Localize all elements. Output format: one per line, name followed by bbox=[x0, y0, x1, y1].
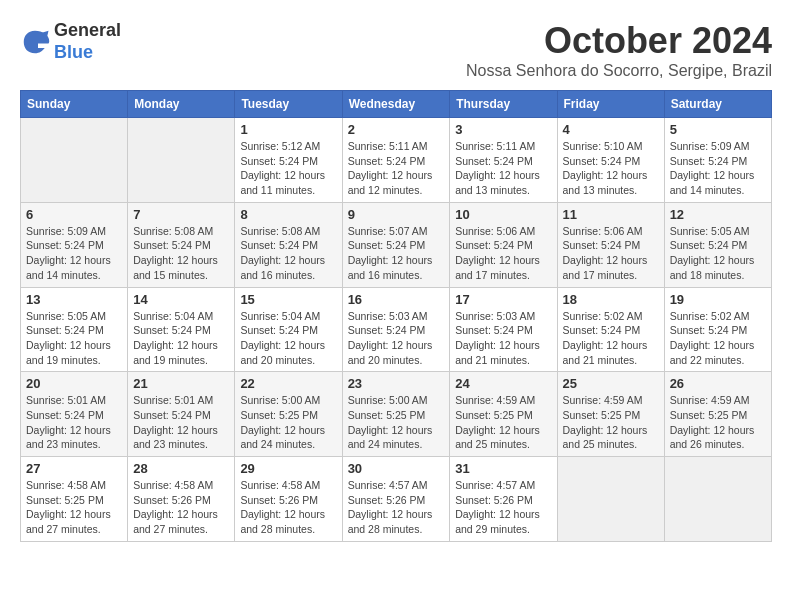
table-row: 23Sunrise: 5:00 AMSunset: 5:25 PMDayligh… bbox=[342, 372, 450, 457]
table-row: 14Sunrise: 5:04 AMSunset: 5:24 PMDayligh… bbox=[128, 287, 235, 372]
table-row: 7Sunrise: 5:08 AMSunset: 5:24 PMDaylight… bbox=[128, 202, 235, 287]
day-number: 23 bbox=[348, 376, 445, 391]
day-info: Sunrise: 5:12 AMSunset: 5:24 PMDaylight:… bbox=[240, 139, 336, 198]
day-number: 27 bbox=[26, 461, 122, 476]
table-row bbox=[21, 118, 128, 203]
table-row: 29Sunrise: 4:58 AMSunset: 5:26 PMDayligh… bbox=[235, 457, 342, 542]
day-info: Sunrise: 5:09 AMSunset: 5:24 PMDaylight:… bbox=[670, 139, 766, 198]
day-info: Sunrise: 5:05 AMSunset: 5:24 PMDaylight:… bbox=[26, 309, 122, 368]
day-number: 22 bbox=[240, 376, 336, 391]
header-monday: Monday bbox=[128, 91, 235, 118]
page-header: General Blue October 2024 Nossa Senhora … bbox=[20, 20, 772, 80]
table-row: 10Sunrise: 5:06 AMSunset: 5:24 PMDayligh… bbox=[450, 202, 557, 287]
day-info: Sunrise: 5:08 AMSunset: 5:24 PMDaylight:… bbox=[240, 224, 336, 283]
day-number: 18 bbox=[563, 292, 659, 307]
table-row: 4Sunrise: 5:10 AMSunset: 5:24 PMDaylight… bbox=[557, 118, 664, 203]
day-number: 24 bbox=[455, 376, 551, 391]
day-info: Sunrise: 5:00 AMSunset: 5:25 PMDaylight:… bbox=[240, 393, 336, 452]
day-info: Sunrise: 5:01 AMSunset: 5:24 PMDaylight:… bbox=[26, 393, 122, 452]
day-number: 3 bbox=[455, 122, 551, 137]
day-info: Sunrise: 5:02 AMSunset: 5:24 PMDaylight:… bbox=[563, 309, 659, 368]
day-info: Sunrise: 5:06 AMSunset: 5:24 PMDaylight:… bbox=[563, 224, 659, 283]
day-info: Sunrise: 5:05 AMSunset: 5:24 PMDaylight:… bbox=[670, 224, 766, 283]
day-number: 15 bbox=[240, 292, 336, 307]
logo-text: General Blue bbox=[54, 20, 121, 63]
table-row: 18Sunrise: 5:02 AMSunset: 5:24 PMDayligh… bbox=[557, 287, 664, 372]
table-row: 26Sunrise: 4:59 AMSunset: 5:25 PMDayligh… bbox=[664, 372, 771, 457]
table-row: 30Sunrise: 4:57 AMSunset: 5:26 PMDayligh… bbox=[342, 457, 450, 542]
day-info: Sunrise: 5:03 AMSunset: 5:24 PMDaylight:… bbox=[348, 309, 445, 368]
day-number: 8 bbox=[240, 207, 336, 222]
header-friday: Friday bbox=[557, 91, 664, 118]
day-number: 16 bbox=[348, 292, 445, 307]
table-row: 25Sunrise: 4:59 AMSunset: 5:25 PMDayligh… bbox=[557, 372, 664, 457]
table-row: 17Sunrise: 5:03 AMSunset: 5:24 PMDayligh… bbox=[450, 287, 557, 372]
day-info: Sunrise: 4:58 AMSunset: 5:26 PMDaylight:… bbox=[240, 478, 336, 537]
day-info: Sunrise: 5:10 AMSunset: 5:24 PMDaylight:… bbox=[563, 139, 659, 198]
table-row: 19Sunrise: 5:02 AMSunset: 5:24 PMDayligh… bbox=[664, 287, 771, 372]
day-number: 21 bbox=[133, 376, 229, 391]
table-row: 15Sunrise: 5:04 AMSunset: 5:24 PMDayligh… bbox=[235, 287, 342, 372]
day-info: Sunrise: 4:58 AMSunset: 5:25 PMDaylight:… bbox=[26, 478, 122, 537]
day-number: 6 bbox=[26, 207, 122, 222]
day-number: 12 bbox=[670, 207, 766, 222]
header-wednesday: Wednesday bbox=[342, 91, 450, 118]
calendar-week-row: 27Sunrise: 4:58 AMSunset: 5:25 PMDayligh… bbox=[21, 457, 772, 542]
table-row: 31Sunrise: 4:57 AMSunset: 5:26 PMDayligh… bbox=[450, 457, 557, 542]
calendar-header-row: Sunday Monday Tuesday Wednesday Thursday… bbox=[21, 91, 772, 118]
table-row: 27Sunrise: 4:58 AMSunset: 5:25 PMDayligh… bbox=[21, 457, 128, 542]
day-number: 1 bbox=[240, 122, 336, 137]
logo-icon bbox=[20, 27, 50, 57]
day-number: 17 bbox=[455, 292, 551, 307]
day-number: 28 bbox=[133, 461, 229, 476]
table-row: 9Sunrise: 5:07 AMSunset: 5:24 PMDaylight… bbox=[342, 202, 450, 287]
day-info: Sunrise: 5:09 AMSunset: 5:24 PMDaylight:… bbox=[26, 224, 122, 283]
day-info: Sunrise: 4:59 AMSunset: 5:25 PMDaylight:… bbox=[563, 393, 659, 452]
day-info: Sunrise: 5:00 AMSunset: 5:25 PMDaylight:… bbox=[348, 393, 445, 452]
calendar-week-row: 6Sunrise: 5:09 AMSunset: 5:24 PMDaylight… bbox=[21, 202, 772, 287]
table-row bbox=[557, 457, 664, 542]
table-row bbox=[128, 118, 235, 203]
table-row: 28Sunrise: 4:58 AMSunset: 5:26 PMDayligh… bbox=[128, 457, 235, 542]
day-info: Sunrise: 5:07 AMSunset: 5:24 PMDaylight:… bbox=[348, 224, 445, 283]
header-thursday: Thursday bbox=[450, 91, 557, 118]
month-title: October 2024 bbox=[466, 20, 772, 62]
day-info: Sunrise: 4:57 AMSunset: 5:26 PMDaylight:… bbox=[348, 478, 445, 537]
table-row: 12Sunrise: 5:05 AMSunset: 5:24 PMDayligh… bbox=[664, 202, 771, 287]
calendar-week-row: 13Sunrise: 5:05 AMSunset: 5:24 PMDayligh… bbox=[21, 287, 772, 372]
day-number: 31 bbox=[455, 461, 551, 476]
day-number: 11 bbox=[563, 207, 659, 222]
day-number: 26 bbox=[670, 376, 766, 391]
day-info: Sunrise: 5:04 AMSunset: 5:24 PMDaylight:… bbox=[133, 309, 229, 368]
header-saturday: Saturday bbox=[664, 91, 771, 118]
day-number: 4 bbox=[563, 122, 659, 137]
day-info: Sunrise: 5:02 AMSunset: 5:24 PMDaylight:… bbox=[670, 309, 766, 368]
day-info: Sunrise: 4:59 AMSunset: 5:25 PMDaylight:… bbox=[455, 393, 551, 452]
calendar-week-row: 1Sunrise: 5:12 AMSunset: 5:24 PMDaylight… bbox=[21, 118, 772, 203]
day-number: 30 bbox=[348, 461, 445, 476]
table-row: 2Sunrise: 5:11 AMSunset: 5:24 PMDaylight… bbox=[342, 118, 450, 203]
day-info: Sunrise: 4:58 AMSunset: 5:26 PMDaylight:… bbox=[133, 478, 229, 537]
table-row: 24Sunrise: 4:59 AMSunset: 5:25 PMDayligh… bbox=[450, 372, 557, 457]
title-block: October 2024 Nossa Senhora do Socorro, S… bbox=[466, 20, 772, 80]
table-row: 20Sunrise: 5:01 AMSunset: 5:24 PMDayligh… bbox=[21, 372, 128, 457]
day-number: 29 bbox=[240, 461, 336, 476]
calendar-table: Sunday Monday Tuesday Wednesday Thursday… bbox=[20, 90, 772, 542]
day-number: 13 bbox=[26, 292, 122, 307]
logo: General Blue bbox=[20, 20, 121, 63]
day-info: Sunrise: 5:01 AMSunset: 5:24 PMDaylight:… bbox=[133, 393, 229, 452]
table-row: 6Sunrise: 5:09 AMSunset: 5:24 PMDaylight… bbox=[21, 202, 128, 287]
day-info: Sunrise: 5:06 AMSunset: 5:24 PMDaylight:… bbox=[455, 224, 551, 283]
table-row: 3Sunrise: 5:11 AMSunset: 5:24 PMDaylight… bbox=[450, 118, 557, 203]
table-row: 5Sunrise: 5:09 AMSunset: 5:24 PMDaylight… bbox=[664, 118, 771, 203]
table-row: 21Sunrise: 5:01 AMSunset: 5:24 PMDayligh… bbox=[128, 372, 235, 457]
location-title: Nossa Senhora do Socorro, Sergipe, Brazi… bbox=[466, 62, 772, 80]
calendar-week-row: 20Sunrise: 5:01 AMSunset: 5:24 PMDayligh… bbox=[21, 372, 772, 457]
table-row: 13Sunrise: 5:05 AMSunset: 5:24 PMDayligh… bbox=[21, 287, 128, 372]
header-sunday: Sunday bbox=[21, 91, 128, 118]
table-row: 1Sunrise: 5:12 AMSunset: 5:24 PMDaylight… bbox=[235, 118, 342, 203]
header-tuesday: Tuesday bbox=[235, 91, 342, 118]
table-row: 11Sunrise: 5:06 AMSunset: 5:24 PMDayligh… bbox=[557, 202, 664, 287]
day-info: Sunrise: 4:57 AMSunset: 5:26 PMDaylight:… bbox=[455, 478, 551, 537]
day-number: 2 bbox=[348, 122, 445, 137]
